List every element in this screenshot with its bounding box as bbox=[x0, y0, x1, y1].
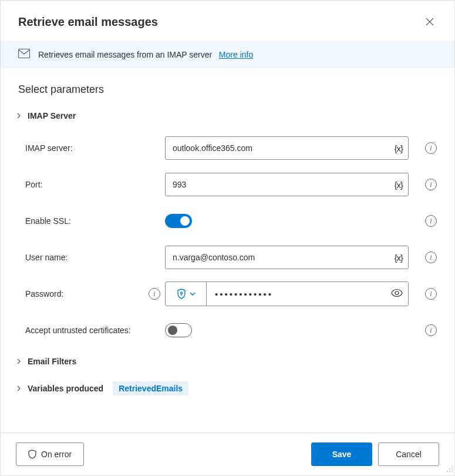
label-password: Password: bbox=[25, 289, 63, 299]
accept-untrusted-toggle[interactable] bbox=[165, 323, 192, 337]
dialog-header: Retrieve email messages bbox=[1, 1, 454, 41]
imap-server-input[interactable] bbox=[165, 136, 409, 160]
svg-rect-0 bbox=[19, 49, 30, 58]
svg-point-3 bbox=[451, 466, 453, 467]
group-variables-produced-header[interactable]: Variables produced RetrievedEmails bbox=[16, 379, 437, 398]
chevron-right-icon bbox=[16, 113, 22, 119]
row-enable-ssl: Enable SSL: i bbox=[18, 209, 437, 233]
group-email-filters-label: Email Filters bbox=[28, 357, 76, 366]
info-icon[interactable]: i bbox=[425, 142, 437, 154]
svg-point-2 bbox=[395, 291, 399, 295]
svg-point-4 bbox=[449, 468, 450, 470]
row-imap-server: IMAP server: {x} i bbox=[18, 136, 437, 160]
svg-point-6 bbox=[447, 471, 448, 472]
info-banner: Retrieves email messages from an IMAP se… bbox=[1, 41, 454, 68]
user-name-input[interactable] bbox=[165, 246, 409, 269]
info-icon[interactable]: i bbox=[425, 288, 437, 300]
enable-ssl-toggle[interactable] bbox=[165, 214, 192, 228]
variable-token-button[interactable]: {x} bbox=[394, 143, 403, 153]
imap-server-fields: IMAP server: {x} i Port: {x} i bbox=[18, 136, 437, 343]
more-info-link[interactable]: More info bbox=[219, 50, 253, 59]
dialog-title: Retrieve email messages bbox=[18, 15, 158, 29]
password-credential-picker[interactable] bbox=[166, 282, 207, 306]
variable-produced-chip[interactable]: RetrievedEmails bbox=[113, 381, 188, 395]
chevron-right-icon bbox=[16, 358, 22, 364]
chevron-right-icon bbox=[16, 386, 22, 391]
banner-text: Retrieves email messages from an IMAP se… bbox=[38, 50, 253, 59]
info-icon[interactable]: i bbox=[425, 215, 437, 227]
label-accept-untrusted: Accept untrusted certificates: bbox=[25, 326, 131, 335]
password-input[interactable] bbox=[207, 282, 408, 306]
group-email-filters-header[interactable]: Email Filters bbox=[16, 354, 437, 368]
shield-icon bbox=[177, 289, 186, 299]
save-button[interactable]: Save bbox=[311, 443, 372, 466]
svg-point-8 bbox=[451, 471, 453, 472]
chevron-down-icon bbox=[190, 292, 196, 296]
info-icon[interactable]: i bbox=[425, 252, 437, 263]
mail-icon bbox=[18, 49, 30, 60]
info-icon[interactable]: i bbox=[149, 288, 160, 300]
dialog-retrieve-email: Retrieve email messages Retrieves email … bbox=[0, 0, 455, 476]
variable-token-button[interactable]: {x} bbox=[394, 180, 403, 190]
group-imap-server-label: IMAP Server bbox=[28, 111, 76, 120]
cancel-button[interactable]: Cancel bbox=[378, 443, 439, 466]
info-icon[interactable]: i bbox=[425, 324, 437, 336]
resize-grip-icon[interactable] bbox=[446, 465, 453, 474]
on-error-button[interactable]: On error bbox=[16, 443, 84, 466]
row-accept-untrusted: Accept untrusted certificates: i bbox=[18, 318, 437, 343]
section-title: Select parameters bbox=[18, 83, 437, 96]
svg-point-5 bbox=[451, 468, 453, 470]
group-imap-server-header[interactable]: IMAP Server bbox=[16, 109, 437, 123]
group-variables-produced-label: Variables produced bbox=[28, 384, 103, 393]
port-input[interactable] bbox=[165, 173, 409, 196]
close-button[interactable] bbox=[422, 14, 438, 30]
info-icon[interactable]: i bbox=[425, 179, 437, 190]
row-user-name: User name: {x} i bbox=[18, 245, 437, 270]
dialog-footer: On error Save Cancel bbox=[1, 433, 454, 475]
shield-outline-icon bbox=[28, 450, 36, 459]
on-error-label: On error bbox=[41, 450, 72, 459]
label-user-name: User name: bbox=[25, 253, 68, 262]
dialog-body: Select parameters IMAP Server IMAP serve… bbox=[1, 68, 454, 433]
svg-point-7 bbox=[449, 471, 450, 472]
svg-point-1 bbox=[180, 292, 182, 294]
row-port: Port: {x} i bbox=[18, 172, 437, 197]
reveal-password-button[interactable] bbox=[391, 289, 403, 299]
row-password: Password: i bbox=[18, 281, 437, 306]
close-icon bbox=[426, 18, 434, 26]
label-enable-ssl: Enable SSL: bbox=[25, 216, 71, 226]
eye-icon bbox=[391, 289, 403, 297]
label-port: Port: bbox=[25, 180, 43, 189]
label-imap-server: IMAP server: bbox=[25, 143, 73, 153]
variable-token-button[interactable]: {x} bbox=[394, 253, 403, 263]
